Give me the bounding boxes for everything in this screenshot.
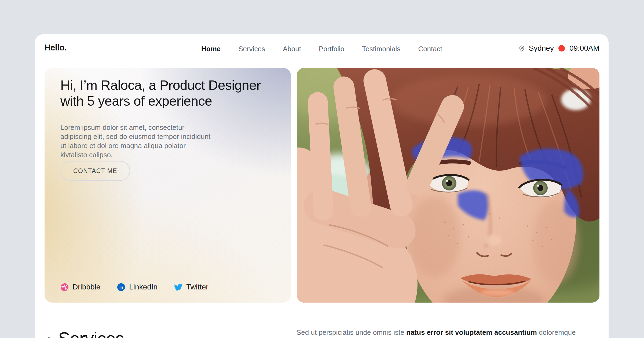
hero-heading-line1: Hi, I’m Raloca, a Product Designer (60, 78, 261, 93)
nav-item-contact[interactable]: Contact (418, 45, 442, 53)
hero-heading: Hi, I’m Raloca, a Product Designer with … (60, 78, 261, 109)
nav-item-about[interactable]: About (283, 45, 301, 53)
social-label: Dribbble (72, 283, 100, 291)
dribbble-icon (60, 283, 69, 291)
intro-text-bold: natus error sit voluptatem accusantium (406, 328, 537, 336)
social-link-dribbble[interactable]: Dribbble (60, 283, 100, 291)
nav-item-portfolio[interactable]: Portfolio (319, 45, 344, 53)
hero-paragraph: Lorem ipsum dolor sit amet, consectetur … (60, 123, 211, 159)
twitter-icon (174, 283, 182, 291)
local-time: 09:00AM (569, 44, 599, 53)
main-menu: Home Services About Portfolio Testimonia… (201, 45, 442, 53)
location-city: Sydney (529, 44, 554, 53)
social-label: Twitter (186, 283, 208, 291)
red-status-dot (558, 45, 565, 52)
portrait-illustration (297, 68, 599, 303)
location-pin-icon (518, 45, 525, 52)
main-panel: Hello. Home Services About Portfolio Tes… (35, 34, 609, 338)
intro-text-1: Sed ut perspiciatis unde omnis iste (297, 328, 406, 336)
nav-item-testimonials[interactable]: Testimonials (362, 45, 400, 53)
services-intro: Sed ut perspiciatis unde omnis iste natu… (297, 328, 608, 338)
hero-heading-line2: with 5 years of experience (60, 93, 261, 109)
social-link-linkedin[interactable]: in LinkedIn (117, 283, 158, 291)
services-title: Services (58, 328, 124, 338)
location-time: Sydney 09:00AM (518, 44, 599, 53)
logo[interactable]: Hello. (45, 43, 67, 53)
nav-item-home[interactable]: Home (201, 45, 221, 53)
nav-item-services[interactable]: Services (238, 45, 265, 53)
svg-text:in: in (119, 285, 123, 289)
linkedin-icon: in (117, 283, 125, 291)
contact-me-button[interactable]: CONTACT ME (60, 161, 130, 181)
services-heading: Services (45, 328, 124, 338)
social-link-twitter[interactable]: Twitter (174, 283, 208, 291)
portrait-photo (297, 68, 599, 303)
social-links: Dribbble in LinkedIn Twitter (60, 283, 208, 291)
hero-card: Hi, I’m Raloca, a Product Designer with … (45, 68, 291, 303)
social-label: LinkedIn (129, 283, 158, 291)
